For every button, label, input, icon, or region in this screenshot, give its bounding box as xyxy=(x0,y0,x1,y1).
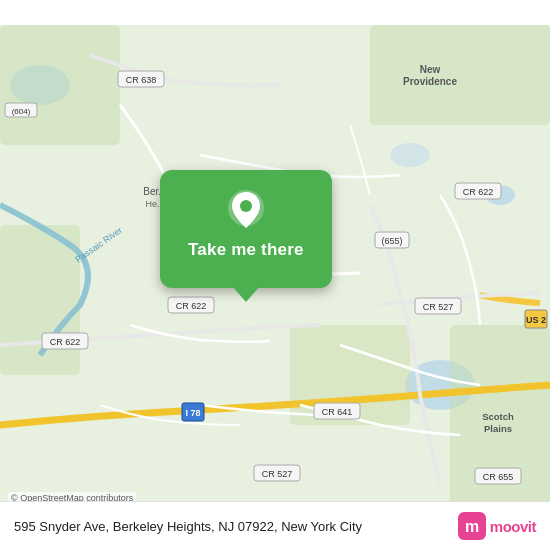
svg-text:CR 622: CR 622 xyxy=(463,187,494,197)
svg-point-4 xyxy=(390,143,430,167)
svg-rect-5 xyxy=(0,25,120,145)
map-container: CR 638 (604) CR 622 (655) CR 622 CR 622 … xyxy=(0,0,550,550)
svg-text:(655): (655) xyxy=(381,236,402,246)
bottom-bar: 595 Snyder Ave, Berkeley Heights, NJ 079… xyxy=(0,501,550,550)
svg-text:CR 527: CR 527 xyxy=(262,469,293,479)
take-me-there-button[interactable]: Take me there xyxy=(160,170,332,288)
svg-text:m: m xyxy=(465,518,479,535)
svg-text:(604): (604) xyxy=(12,107,31,116)
moovit-text: moovit xyxy=(490,518,536,535)
svg-rect-6 xyxy=(370,25,550,125)
svg-point-42 xyxy=(240,200,252,212)
location-pin-icon xyxy=(224,188,268,232)
svg-text:CR 622: CR 622 xyxy=(50,337,81,347)
svg-text:Scotch: Scotch xyxy=(482,411,514,422)
svg-text:CR 655: CR 655 xyxy=(483,472,514,482)
svg-text:CR 641: CR 641 xyxy=(322,407,353,417)
svg-text:US 2: US 2 xyxy=(526,315,546,325)
svg-text:CR 622: CR 622 xyxy=(176,301,207,311)
svg-text:I 78: I 78 xyxy=(185,408,200,418)
moovit-logo-icon: m xyxy=(458,512,486,540)
take-me-there-label: Take me there xyxy=(188,240,304,260)
svg-text:New: New xyxy=(420,64,441,75)
svg-text:CR 638: CR 638 xyxy=(126,75,157,85)
moovit-logo: m moovit xyxy=(458,512,536,540)
svg-text:Plains: Plains xyxy=(484,423,512,434)
address-label: 595 Snyder Ave, Berkeley Heights, NJ 079… xyxy=(14,519,458,534)
svg-text:CR 527: CR 527 xyxy=(423,302,454,312)
svg-text:Providence: Providence xyxy=(403,76,457,87)
